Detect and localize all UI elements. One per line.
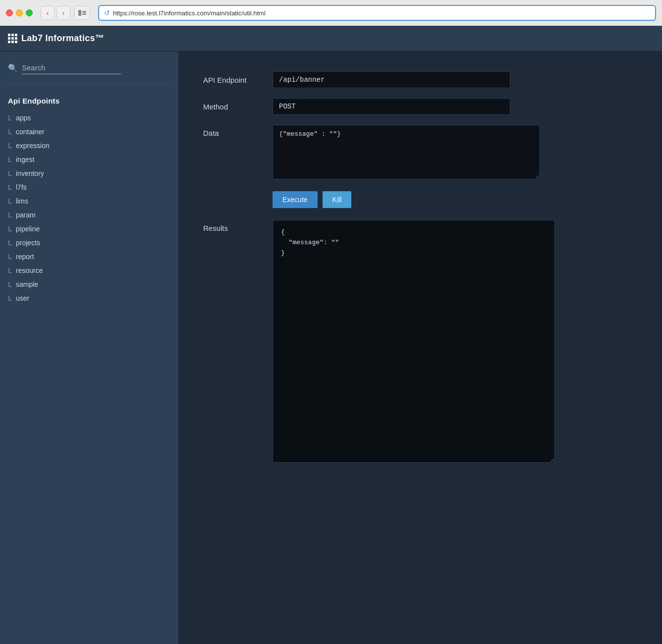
svg-rect-2	[82, 12, 86, 13]
titlebar: ‹ › ↺ https://rose.test.l7informatics.co…	[0, 0, 662, 26]
tree-connector	[8, 139, 15, 153]
svg-rect-1	[82, 11, 86, 12]
tree-connector	[8, 250, 15, 264]
sidebar-item-sample[interactable]: sample	[8, 277, 170, 291]
refresh-icon: ↺	[104, 9, 110, 17]
sidebar-item-resource[interactable]: resource	[8, 264, 170, 277]
address-bar[interactable]: ↺ https://rose.test.l7informatics.com/ma…	[98, 5, 656, 21]
data-row: Data	[203, 125, 637, 181]
sidebar-item-label: user	[16, 294, 29, 302]
tree-connector	[8, 222, 15, 236]
sidebar-item-label: container	[16, 128, 45, 136]
results-label: Results	[203, 220, 273, 232]
tree-connector	[8, 166, 15, 180]
tree-connector	[8, 236, 15, 250]
sidebar-item-projects[interactable]: projects	[8, 236, 170, 250]
search-container: 🔍	[8, 61, 170, 85]
tree-connector	[8, 264, 15, 277]
nav-section-title: Api Endpoints	[8, 97, 170, 105]
sidebar-item-label: sample	[16, 280, 38, 288]
sidebar-item-label: resource	[16, 267, 43, 274]
sidebar-item-label: param	[16, 211, 36, 219]
sidebar: 🔍 Api Endpoints apps container expressio…	[0, 52, 178, 644]
kill-button[interactable]: Kill	[323, 191, 352, 208]
minimize-button[interactable]	[16, 9, 23, 16]
main-layout: 🔍 Api Endpoints apps container expressio…	[0, 52, 662, 644]
sidebar-item-param[interactable]: param	[8, 208, 170, 222]
svg-rect-3	[82, 14, 86, 15]
nav-buttons: ‹ ›	[41, 6, 70, 20]
tree-connector	[8, 111, 15, 125]
sidebar-item-container[interactable]: container	[8, 125, 170, 139]
tree-connector	[8, 291, 15, 305]
sidebar-item-label: projects	[16, 239, 40, 247]
url-text: https://rose.test.l7informatics.com/main…	[113, 9, 650, 17]
tree-connector	[8, 153, 15, 166]
sidebar-item-label: inventory	[16, 169, 44, 177]
execute-button[interactable]: Execute	[273, 191, 318, 208]
content-area: API Endpoint Method Data Execute Kill Re…	[178, 52, 662, 644]
grid-icon	[8, 34, 17, 43]
sidebar-item-label: pipeline	[16, 225, 40, 233]
app-logo: Lab7 Informatics™	[8, 33, 104, 44]
sidebar-item-apps[interactable]: apps	[8, 111, 170, 125]
app-header: Lab7 Informatics™	[0, 26, 662, 52]
method-label: Method	[203, 103, 273, 111]
search-input[interactable]	[22, 61, 121, 74]
results-row: Results	[203, 220, 637, 465]
data-label: Data	[203, 125, 273, 137]
sidebar-item-label: l7fs	[16, 183, 27, 191]
tree-connector	[8, 125, 15, 139]
search-icon: 🔍	[8, 63, 18, 73]
sidebar-item-user[interactable]: user	[8, 291, 170, 305]
sidebar-item-pipeline[interactable]: pipeline	[8, 222, 170, 236]
data-textarea[interactable]	[273, 125, 540, 179]
app-title: Lab7 Informatics™	[21, 33, 104, 44]
svg-rect-0	[78, 10, 81, 16]
data-textarea-wrapper	[273, 125, 540, 181]
sidebar-item-ingest[interactable]: ingest	[8, 153, 170, 166]
sidebar-item-l7fs[interactable]: l7fs	[8, 180, 170, 194]
endpoint-row: API Endpoint	[203, 71, 637, 88]
back-button[interactable]: ‹	[41, 6, 55, 20]
action-buttons: Execute Kill	[273, 191, 637, 208]
tree-connector	[8, 208, 15, 222]
results-textarea-wrapper	[273, 220, 555, 465]
endpoint-input[interactable]	[273, 71, 510, 88]
tree-connector	[8, 194, 15, 208]
sidebar-item-expression[interactable]: expression	[8, 139, 170, 153]
forward-button[interactable]: ›	[56, 6, 70, 20]
close-button[interactable]	[6, 9, 13, 16]
sidebar-item-label: lims	[16, 197, 28, 205]
maximize-button[interactable]	[26, 9, 33, 16]
sidebar-item-inventory[interactable]: inventory	[8, 166, 170, 180]
tree-connector	[8, 277, 15, 291]
sidebar-item-label: expression	[16, 142, 50, 150]
sidebar-item-label: ingest	[16, 156, 34, 163]
nav-section: Api Endpoints apps container expression …	[8, 97, 170, 305]
method-row: Method	[203, 98, 637, 115]
endpoint-label: API Endpoint	[203, 76, 273, 84]
sidebar-item-lims[interactable]: lims	[8, 194, 170, 208]
sidebar-toggle-button[interactable]	[74, 6, 90, 20]
sidebar-item-label: report	[16, 253, 34, 261]
method-input[interactable]	[273, 98, 510, 115]
traffic-lights	[6, 9, 33, 16]
sidebar-item-label: apps	[16, 114, 31, 122]
results-textarea[interactable]	[273, 220, 555, 463]
sidebar-item-report[interactable]: report	[8, 250, 170, 264]
tree-connector	[8, 180, 15, 194]
